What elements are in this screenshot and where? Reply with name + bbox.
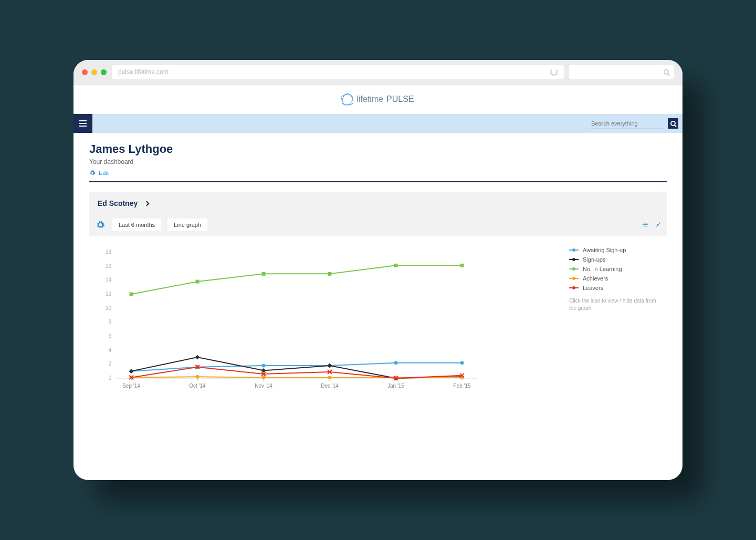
legend-label: Achievers (583, 275, 608, 282)
svg-point-44 (328, 376, 332, 379)
panel-title: Ed Scotney (98, 199, 138, 207)
svg-text:Nov '14: Nov '14 (255, 383, 272, 389)
svg-text:4: 4 (108, 347, 111, 353)
maximize-window-dot[interactable] (101, 69, 107, 75)
legend-label: Awaiting Sign-up (583, 247, 626, 253)
svg-text:16: 16 (106, 263, 112, 269)
svg-point-42 (196, 375, 200, 379)
gear-icon (96, 220, 105, 230)
svg-text:14: 14 (106, 277, 112, 283)
gear-icon (89, 170, 96, 176)
brand-name-light: lifetime (356, 95, 383, 104)
edit-dashboard-link[interactable]: Edit (89, 170, 667, 176)
legend-label: Leavers (583, 285, 603, 291)
topbar (74, 114, 682, 133)
panel-controls: Last 6 months Line graph ∙≡ (89, 215, 667, 236)
header-divider (89, 181, 667, 182)
browser-search[interactable] (569, 65, 674, 79)
close-window-dot[interactable] (82, 69, 88, 75)
svg-text:Sep '14: Sep '14 (122, 383, 140, 389)
legend-item[interactable]: Sign-ups (569, 256, 656, 263)
time-range-selector[interactable]: Last 6 months (112, 219, 161, 231)
url-bar[interactable]: pulse.lifetime.com (112, 65, 564, 79)
brand-logo-icon (342, 94, 353, 105)
svg-text:2: 2 (108, 361, 111, 367)
svg-text:Dec '14: Dec '14 (321, 383, 339, 389)
svg-rect-35 (130, 293, 133, 296)
browser-chrome: pulse.lifetime.com (74, 60, 682, 85)
search-icon (670, 121, 676, 126)
brand-header: lifetimePULSE (74, 85, 682, 114)
legend-item[interactable]: Awaiting Sign-up (569, 247, 656, 253)
legend-item[interactable]: Leavers (569, 285, 656, 291)
chart-canvas: 024681012141618Sep '14Oct '14Nov '14Dec … (94, 247, 562, 394)
graph-type-selector[interactable]: Line graph (167, 219, 207, 231)
chart-area: 024681012141618Sep '14Oct '14Nov '14Dec … (89, 236, 667, 404)
pin-icon[interactable] (654, 220, 662, 230)
global-search (591, 118, 678, 129)
svg-text:Jan '15: Jan '15 (387, 383, 404, 389)
svg-text:6: 6 (108, 333, 111, 339)
minimize-window-dot[interactable] (91, 69, 97, 75)
legend-swatch-icon (569, 268, 579, 269)
legend-label: Sign-ups (583, 256, 605, 263)
chart-legend: Awaiting Sign-upSign-upsNo. in LearningA… (562, 247, 656, 394)
refresh-icon[interactable] (550, 68, 558, 76)
svg-point-28 (460, 361, 464, 365)
legend-item[interactable]: Achievers (569, 275, 656, 282)
legend-swatch-icon (569, 259, 579, 260)
legend-item[interactable]: No. in Learning (569, 266, 656, 272)
menu-button[interactable] (74, 114, 92, 133)
svg-rect-39 (394, 264, 398, 267)
chevron-right-icon (144, 201, 150, 206)
window-controls (82, 69, 107, 75)
panel-actions: ∙≡ (642, 220, 662, 230)
panel-settings-button[interactable] (94, 219, 106, 231)
svg-point-27 (394, 361, 398, 365)
svg-rect-37 (262, 272, 266, 276)
device-frame: pulse.lifetime.com lifetimePULSE James L… (74, 60, 682, 480)
page-title: James Lythgoe (89, 142, 667, 156)
edit-label: Edit (99, 170, 109, 176)
svg-text:18: 18 (106, 249, 112, 255)
legend-swatch-icon (569, 278, 579, 279)
svg-rect-30 (195, 355, 200, 359)
search-button[interactable] (668, 118, 678, 129)
svg-text:10: 10 (106, 305, 112, 311)
brand-name-bold: PULSE (386, 95, 414, 104)
svg-rect-29 (129, 369, 133, 373)
svg-text:8: 8 (108, 319, 111, 325)
svg-rect-38 (328, 272, 332, 276)
search-input[interactable] (591, 118, 665, 129)
svg-rect-40 (460, 264, 464, 267)
list-view-icon[interactable]: ∙≡ (642, 220, 647, 230)
page-content: James Lythgoe Your dashboard Edit Ed Sco… (74, 133, 682, 404)
svg-text:Feb '15: Feb '15 (453, 383, 470, 389)
legend-swatch-icon (569, 250, 579, 251)
legend-hint: Click the icon to view / hide data from … (569, 297, 656, 312)
dashboard-panel: Ed Scotney Last 6 months Line graph ∙≡ (89, 192, 667, 404)
svg-text:12: 12 (106, 291, 112, 297)
svg-point-25 (262, 364, 266, 368)
svg-point-43 (262, 376, 266, 379)
svg-rect-36 (196, 280, 200, 284)
legend-label: No. in Learning (583, 266, 622, 272)
url-text: pulse.lifetime.com (118, 68, 169, 76)
legend-swatch-icon (569, 287, 579, 288)
svg-text:Oct '14: Oct '14 (189, 383, 206, 389)
panel-header[interactable]: Ed Scotney (89, 192, 667, 215)
line-chart: 024681012141618Sep '14Oct '14Nov '14Dec … (94, 247, 483, 394)
svg-rect-32 (328, 364, 332, 368)
svg-text:0: 0 (108, 375, 111, 381)
search-icon (664, 69, 669, 75)
page-subtitle: Your dashboard (89, 158, 667, 165)
